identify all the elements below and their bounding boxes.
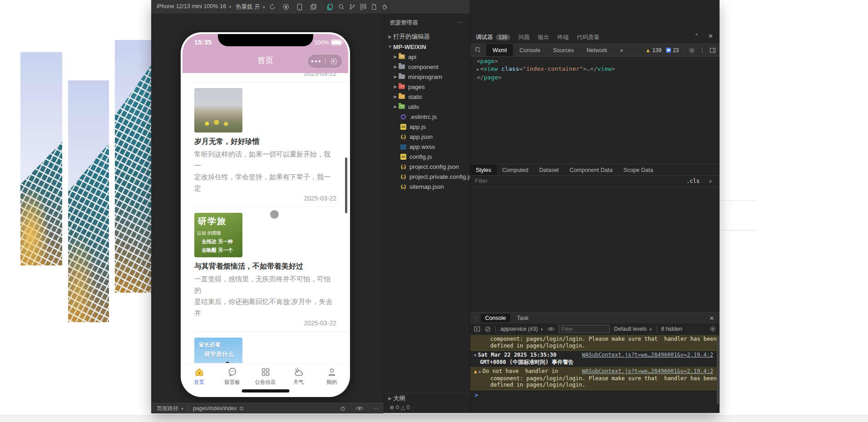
problems-status[interactable]: ⊗ 0 △ 0 bbox=[390, 404, 409, 411]
tab-terminal[interactable]: 终端 bbox=[557, 34, 569, 41]
git-branch-icon[interactable] bbox=[348, 3, 356, 11]
close-panel-icon[interactable]: ✕ bbox=[708, 33, 713, 39]
console-warning-entry[interactable]: ▲ ▶ Do not have handler in WASubContext.… bbox=[470, 367, 717, 390]
dock-side-icon[interactable] bbox=[710, 48, 716, 53]
tab-announcements[interactable]: 公告信息 bbox=[249, 363, 282, 389]
tab-dataset[interactable]: Dataset bbox=[534, 164, 564, 176]
info-count[interactable]: 23 bbox=[666, 47, 679, 54]
tab-component-data[interactable]: Component Data bbox=[564, 164, 618, 176]
project-root[interactable]: ▼ MP-WEIXIN bbox=[384, 42, 470, 52]
add-style-icon[interactable]: + bbox=[709, 177, 712, 185]
tab-sources[interactable]: Sources bbox=[547, 44, 580, 56]
more-tabs-icon[interactable]: » bbox=[614, 44, 630, 56]
article-card[interactable]: 研学旅 认知 的围墙 去抵达 另一种 去唤醒 另一个 与其背着烦恼活，不如带着美… bbox=[182, 207, 348, 327]
explorer-files-icon[interactable] bbox=[326, 3, 334, 11]
explorer-more-icon[interactable]: … bbox=[458, 17, 464, 24]
tab-output[interactable]: 输出 bbox=[538, 34, 549, 41]
kebab-menu-icon[interactable]: ⋮ bbox=[700, 47, 705, 54]
tree-folder-api[interactable]: ▶ api bbox=[384, 52, 470, 62]
tab-weather[interactable]: 天气 bbox=[282, 363, 315, 389]
hidden-messages-count[interactable]: 6 hidden bbox=[661, 326, 682, 332]
outline-section[interactable]: ▶ 大纲 bbox=[384, 393, 470, 403]
tree-file-config-js[interactable]: JS config.js bbox=[384, 152, 470, 162]
close-mini-program-icon[interactable] bbox=[326, 59, 343, 64]
console-settings-gear-icon[interactable] bbox=[710, 326, 716, 332]
collapse-arrow-icon[interactable]: ▼ bbox=[474, 352, 476, 359]
tab-debugger[interactable]: 调试器139 bbox=[476, 34, 510, 41]
expand-arrow-icon[interactable]: ▶ bbox=[477, 67, 479, 72]
tab-scope-data[interactable]: Scope Data bbox=[618, 164, 658, 176]
inspect-element-icon[interactable] bbox=[470, 44, 486, 56]
tab-profile[interactable]: 我的 bbox=[315, 363, 348, 389]
tab-network[interactable]: Network bbox=[580, 44, 614, 56]
article-excerpt: 一直觉得，感情里，无疾而终并不可怕，可怕的 是结束后，你还抱着回忆不肯放;岁月中… bbox=[194, 273, 336, 319]
media-jar-icon[interactable] bbox=[380, 3, 389, 11]
more-options-icon[interactable]: ⋯ bbox=[373, 405, 379, 412]
tab-problems[interactable]: 问题 bbox=[518, 34, 530, 41]
article-photo-group-trip[interactable] bbox=[194, 88, 242, 132]
tab-home[interactable]: 首页 bbox=[182, 363, 216, 389]
tab-message-board[interactable]: 留言板 bbox=[216, 363, 249, 389]
feed-scrollbar[interactable] bbox=[345, 157, 347, 213]
tree-folder-utils[interactable]: ▶ utils bbox=[384, 102, 470, 112]
tree-file-app-wxss[interactable]: app.wxss bbox=[384, 142, 470, 152]
tab-drawer-console[interactable]: Console bbox=[481, 314, 511, 322]
compile-refresh-icon[interactable] bbox=[268, 3, 276, 11]
collapse-panel-icon[interactable]: ⌃ bbox=[694, 33, 699, 39]
tree-folder-pages[interactable]: ▶ pages bbox=[384, 82, 470, 92]
article-photo-sky-kids[interactable]: 家长必看 研学是什么 bbox=[194, 338, 242, 363]
console-scrollbar[interactable] bbox=[717, 336, 719, 404]
file-doc-icon[interactable] bbox=[370, 3, 378, 11]
drag-handle-icon[interactable]: ⋮ bbox=[473, 315, 479, 322]
device-selector[interactable]: iPhone 12/13 mini 100% 16 ▾ bbox=[157, 3, 231, 10]
tree-file-app-json[interactable]: {..} app.json bbox=[384, 132, 470, 142]
console-prompt[interactable]: > bbox=[470, 390, 717, 399]
console-event-entry[interactable]: ▼ Sat Mar 22 2025 15:35:30 WASubContext.… bbox=[470, 351, 717, 367]
preview-eye-icon[interactable] bbox=[356, 406, 363, 411]
clear-console-icon[interactable] bbox=[485, 326, 491, 332]
tab-drawer-task[interactable]: Task bbox=[512, 314, 533, 322]
warning-count[interactable]: ▲ 139 bbox=[645, 47, 661, 54]
tab-computed[interactable]: Computed bbox=[497, 164, 534, 176]
more-menu-icon[interactable]: ●●● bbox=[308, 54, 325, 68]
tree-file-app-js[interactable]: JS app.js bbox=[384, 122, 470, 132]
styles-filter-input[interactable] bbox=[470, 177, 671, 185]
console-eye-icon[interactable] bbox=[547, 327, 554, 331]
article-photo-study-tour[interactable]: 研学旅 认知 的围墙 去抵达 另一种 去唤醒 另一个 bbox=[194, 213, 242, 257]
tree-file-sitemap[interactable]: {..} sitemap.json bbox=[384, 182, 470, 191]
close-drawer-icon[interactable]: ✕ bbox=[710, 315, 714, 322]
multi-window-icon[interactable] bbox=[309, 3, 317, 11]
tree-folder-miniprogram[interactable]: ▶ miniprogram bbox=[384, 72, 470, 82]
copy-path-icon[interactable]: ⧉ bbox=[240, 405, 244, 412]
tree-folder-static[interactable]: ▶ static bbox=[384, 92, 470, 102]
tab-wxml[interactable]: Wxml bbox=[486, 44, 513, 56]
open-editors-section[interactable]: ▶ 打开的编辑器 bbox=[384, 32, 470, 42]
phone-preview-icon[interactable] bbox=[296, 3, 304, 11]
tree-file-project-config[interactable]: {..} project.config.json bbox=[384, 162, 470, 172]
console-levels-selector[interactable]: Default levels ▾ bbox=[614, 326, 652, 332]
page-path-selector[interactable]: 页面路径 ▾ bbox=[157, 405, 183, 412]
tree-file-project-private-config[interactable]: {..} project.private.config.js… bbox=[384, 172, 470, 182]
console-warning-entry[interactable]: component: pages/login/login. Please mak… bbox=[470, 335, 717, 351]
source-link[interactable]: WASubContext.js?t=we…28496001&v=2.19.4:2 bbox=[582, 352, 713, 358]
tree-file-eslintrc[interactable]: .eslintrc.js bbox=[384, 112, 470, 122]
article-card[interactable]: 家长必看 研学是什么 理想很丰满，现实很骨感 游戏里的你帅气无比，乘风御剑，通关… bbox=[182, 332, 348, 363]
tree-folder-component[interactable]: ▶ component bbox=[384, 62, 470, 72]
toggle-class-button[interactable]: .cls bbox=[686, 178, 700, 184]
console-sidebar-icon[interactable] bbox=[474, 326, 480, 332]
extensions-grid-icon[interactable] bbox=[359, 3, 367, 11]
tab-console[interactable]: Console bbox=[513, 44, 547, 56]
tab-styles[interactable]: Styles bbox=[470, 164, 497, 176]
source-link[interactable]: WASubContext.js?t=we…28496001&v=2.19.4:2 bbox=[582, 368, 713, 375]
record-icon[interactable] bbox=[282, 3, 290, 11]
vconsole-bug-icon[interactable] bbox=[340, 405, 346, 412]
search-icon[interactable] bbox=[337, 3, 345, 11]
expand-arrow-icon[interactable]: ▶ bbox=[479, 368, 481, 375]
console-context-selector[interactable]: appservice (#3) ▾ bbox=[500, 326, 543, 332]
console-filter-input[interactable] bbox=[559, 326, 609, 332]
settings-gear-icon[interactable] bbox=[689, 47, 695, 54]
article-card[interactable]: 岁月无常，好好珍惜 常听到这样的话，如果一切可以重新开始，我一 定改掉任性，学会… bbox=[182, 82, 348, 202]
hot-reload-toggle[interactable]: 热重载 开 ▾ bbox=[236, 3, 265, 11]
wxml-element-tree[interactable]: <page> ▶<view class="index-container">…<… bbox=[477, 57, 615, 81]
tab-code-quality[interactable]: 代码质量 bbox=[577, 34, 600, 41]
